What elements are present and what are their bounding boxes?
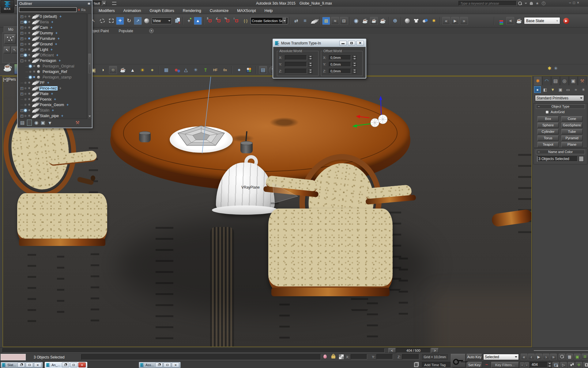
outliner-item-name[interactable]: Beria	[39, 20, 49, 24]
visibility-bulb-icon[interactable]	[24, 21, 27, 23]
outliner-row[interactable]: ✱Pentagon_stamp	[19, 75, 87, 80]
visibility-bulb-icon[interactable]	[24, 87, 27, 90]
maximize-button[interactable]: □	[573, 1, 575, 5]
outliner-row[interactable]: +✱Cam+	[19, 25, 87, 30]
add-to-layer-icon[interactable]: +	[54, 97, 56, 102]
freeze-snowflake-icon[interactable]: ✱	[28, 15, 31, 18]
menu-animation[interactable]: Animation	[120, 7, 145, 14]
hierarchy-tab[interactable]: ▤	[551, 76, 560, 85]
absolute-y-field[interactable]	[285, 62, 307, 67]
create-tab[interactable]: ✱	[533, 76, 542, 85]
outliner-item-name[interactable]: Officiant	[39, 53, 55, 57]
zoom-extents-all-icon[interactable]: ⊞	[582, 354, 588, 360]
geometry-icon[interactable]: ●	[534, 86, 541, 93]
orbit-icon[interactable]: ✣	[575, 362, 582, 368]
populate-flow-icon[interactable]: ✳	[554, 66, 558, 71]
outliner-row[interactable]: +✱Light+	[19, 47, 87, 52]
snap-3d-icon[interactable]: Ω3	[206, 17, 214, 25]
freeze-snowflake-icon[interactable]: ✱	[32, 76, 36, 79]
visibility-bulb-icon[interactable]	[24, 32, 27, 34]
filter-funnel-icon[interactable]: ▼	[47, 120, 52, 125]
layer-manager-icon[interactable]	[310, 17, 318, 25]
freeze-snowflake-icon[interactable]: ✱	[28, 54, 31, 57]
freeze-snowflake-icon[interactable]: ✱	[28, 103, 31, 106]
add-to-layer-icon[interactable]: +	[51, 48, 53, 52]
expand-icon[interactable]: +	[21, 87, 23, 90]
create-plane-button[interactable]: Plane	[561, 142, 582, 147]
freeze-snowflake-icon[interactable]: ✱	[28, 26, 31, 29]
visibility-bulb-icon[interactable]	[24, 59, 27, 62]
outliner-item-name[interactable]: Pentagon_Ref	[42, 70, 68, 74]
hair-hf-icon[interactable]: HF	[211, 66, 219, 74]
state-play-button[interactable]: ▶	[562, 17, 570, 25]
fov-icon[interactable]: ▷	[560, 362, 567, 368]
spacewarps-icon[interactable]: ≈	[572, 86, 579, 93]
add-to-layer-icon[interactable]: +	[55, 31, 58, 35]
freeze-snowflake-icon[interactable]: ✱	[28, 48, 31, 51]
populate-icon[interactable]: ✱	[430, 17, 438, 25]
outliner-tree[interactable]: +✱0 (default)++✱Beria++✱Cam++✱Dummy++✱Fu…	[19, 13, 87, 119]
move-icon[interactable]: +	[116, 17, 124, 25]
cloth-icon[interactable]	[412, 17, 420, 25]
visibility-bulb-icon[interactable]	[24, 115, 27, 117]
logo-caret-icon[interactable]	[15, 5, 17, 7]
teapot-tool-icon[interactable]: ☕	[3, 63, 12, 72]
outliner-row[interactable]: +✱Plate+	[19, 91, 87, 97]
dialog-close-button[interactable]: ✕	[356, 41, 364, 45]
outliner-item-name[interactable]: Pince-nez	[39, 86, 58, 90]
zoom-all-icon[interactable]: ▦	[566, 354, 573, 360]
outliner-search-input[interactable]	[19, 7, 77, 12]
expand-icon[interactable]: +	[21, 115, 23, 117]
expand-icon[interactable]: -	[21, 59, 23, 62]
toolbar-overflow-icon[interactable]	[112, 2, 116, 5]
fur-0x-icon[interactable]: 0x	[221, 66, 229, 74]
paint-teapot-icon[interactable]: ☕	[119, 66, 127, 74]
curve-editor-icon[interactable]: ≈	[331, 17, 339, 25]
next-key-button[interactable]: ›	[543, 354, 549, 360]
z-field[interactable]	[402, 354, 419, 359]
window-minimize-button[interactable]	[70, 362, 77, 367]
set-key-button[interactable]: Set Key	[467, 362, 482, 368]
default-in-out-curve-icon[interactable]: ~	[484, 362, 489, 368]
absolute-spinner[interactable]	[308, 62, 312, 67]
cameras-icon[interactable]: ▣	[557, 86, 564, 93]
paint-sun-icon[interactable]: ☀	[138, 66, 146, 74]
anim-play-gear-icon[interactable]: ▶	[451, 17, 459, 25]
selection-set-dropdown[interactable]: Create Selection Se	[251, 17, 288, 24]
outliner-item-name[interactable]: Pentagon_Original	[42, 64, 75, 68]
pyramid-wire-icon[interactable]: △	[182, 66, 190, 74]
absolute-spinner[interactable]	[308, 69, 312, 74]
window-restore-button[interactable]	[17, 362, 25, 367]
manipulate-icon[interactable]: +	[185, 17, 193, 25]
minimized-window-3[interactable]: Ass...✕	[139, 362, 181, 368]
create-cylinder-button[interactable]: Cylinder	[537, 129, 559, 134]
add-to-layer-icon[interactable]: +	[52, 108, 54, 113]
key-filters-button[interactable]: Key Filters...	[491, 362, 519, 368]
add-to-layer-icon[interactable]: +	[59, 14, 62, 19]
outliner-item-name[interactable]: Stalin	[39, 108, 50, 113]
next-frame-button[interactable]: >	[431, 348, 439, 353]
outliner-item-name[interactable]: Stalin_pipe	[39, 114, 59, 118]
time-config-icon[interactable]	[552, 362, 559, 368]
sign-in-icon[interactable]	[530, 2, 533, 5]
visibility-bulb-icon[interactable]	[24, 98, 27, 101]
expand-icon[interactable]: +	[21, 43, 23, 46]
create-pyramid-button[interactable]: Pyramid	[561, 136, 582, 141]
absolute-x-field[interactable]	[285, 55, 307, 60]
menu-modifiers[interactable]: Modifiers	[95, 7, 119, 14]
outliner-item-name[interactable]: Cam	[39, 25, 48, 30]
outliner-item-name[interactable]: PF	[39, 81, 45, 85]
dumbbell-icon[interactable]	[172, 66, 180, 74]
render-setup-icon[interactable]: ☕	[361, 17, 369, 25]
shapes-icon[interactable]: ◧	[542, 86, 548, 93]
outliner-row[interactable]: +✱Pince-nez+	[19, 86, 87, 91]
ribbon-tab-populate[interactable]: Populate	[118, 28, 134, 34]
visibility-bulb-icon[interactable]	[24, 104, 27, 106]
expand-icon[interactable]: +	[21, 32, 23, 35]
current-frame-field[interactable]: 404	[530, 362, 548, 368]
freeze-snowflake-icon[interactable]: ✱	[28, 114, 31, 117]
caret-down-icon[interactable]	[525, 3, 527, 5]
offset-spinner[interactable]	[352, 55, 356, 60]
autogrid-checkbox[interactable]	[545, 110, 549, 114]
window-minimize-button[interactable]	[26, 362, 33, 367]
